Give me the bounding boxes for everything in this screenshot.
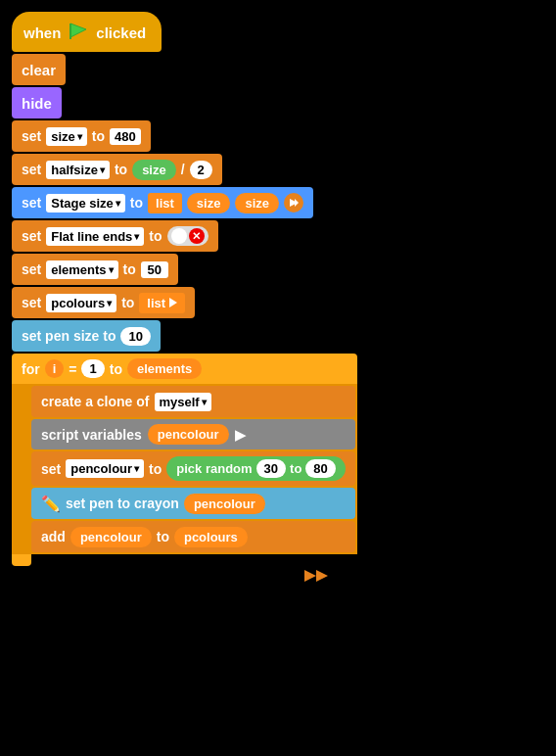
- set-pen-size-block[interactable]: set pen size to 10: [12, 320, 161, 352]
- set-label5: set: [22, 261, 41, 277]
- i-oval: i: [45, 359, 65, 378]
- pen-size-label: set pen size to: [22, 328, 116, 344]
- toggle-x: ✕: [189, 228, 205, 244]
- clear-label: clear: [22, 62, 56, 78]
- list-block: list: [148, 193, 182, 213]
- for-loop-header[interactable]: for i = 1 to elements: [12, 354, 357, 384]
- size-oval-1: size: [187, 193, 231, 213]
- hat-block[interactable]: when clicked: [12, 12, 162, 52]
- to-label4: to: [149, 228, 162, 244]
- to-label2: to: [115, 162, 127, 177]
- toggle-false[interactable]: ✕: [167, 226, 208, 246]
- stage-size-dropdown[interactable]: Stage size: [46, 194, 125, 213]
- set-size-block[interactable]: set size to 480: [12, 120, 151, 152]
- create-clone-block[interactable]: create a clone of myself: [31, 386, 355, 417]
- set-label: set: [22, 128, 41, 144]
- pencolour-dropdown[interactable]: pencolour: [66, 459, 144, 478]
- to-label6: to: [121, 295, 134, 310]
- set-elements-block[interactable]: set elements to 50: [12, 254, 178, 285]
- for-loop-bottom: [12, 554, 31, 566]
- add-label: add: [41, 529, 66, 544]
- pcolours-oval-add: pcolours: [174, 527, 248, 547]
- size-dropdown[interactable]: size: [46, 127, 87, 146]
- pencolour-oval-crayon: pencolour: [184, 494, 265, 514]
- set-label4: set: [22, 228, 41, 244]
- flag-dropdown[interactable]: Flat line ends: [46, 227, 144, 246]
- set-pen-crayon-label: set pen to crayon: [66, 496, 179, 511]
- pcolours-dropdown[interactable]: pcolours: [46, 294, 116, 312]
- hide-block[interactable]: hide: [12, 87, 62, 118]
- to-label-for: to: [110, 361, 122, 377]
- set-flag-block[interactable]: set Flat line ends to ✕: [12, 220, 218, 252]
- size-value[interactable]: 480: [110, 128, 141, 145]
- set-value-block[interactable]: set Stage size to list size size: [12, 187, 313, 218]
- div-val[interactable]: 2: [190, 161, 212, 179]
- svg-marker-3: [295, 199, 299, 207]
- flag-icon: [69, 22, 88, 44]
- to-label5: to: [123, 261, 136, 277]
- div-op: /: [181, 162, 185, 177]
- set-halfsize-block[interactable]: set halfsize to size / 2: [12, 154, 222, 185]
- next-arrow-area: [12, 568, 357, 584]
- random-from[interactable]: 30: [256, 459, 286, 478]
- set-pcolours-block[interactable]: set pcolours to list: [12, 287, 195, 318]
- next-arrow-icon: [304, 568, 328, 584]
- to-label8: to: [157, 529, 169, 544]
- pen-size-val[interactable]: 10: [120, 327, 150, 346]
- halfsize-dropdown[interactable]: halfsize: [46, 161, 110, 179]
- add-pencolour-block[interactable]: add pencolour to pcolours: [31, 521, 355, 552]
- script-variables-block[interactable]: script variables pencolour ▶: [31, 419, 355, 449]
- size-oval: size: [132, 160, 176, 180]
- for-loop-container: for i = 1 to elements create a clone of …: [12, 354, 357, 584]
- pen-icon: ✏️: [41, 495, 61, 513]
- set-pen-crayon-block[interactable]: ✏️ set pen to crayon pencolour: [31, 488, 355, 519]
- to-label3: to: [130, 195, 143, 211]
- clicked-label: clicked: [96, 24, 146, 41]
- toggle-circle: [171, 228, 187, 244]
- for-label: for: [22, 361, 40, 377]
- size-oval-2: size: [235, 193, 279, 213]
- pencolour-oval-add: pencolour: [70, 527, 152, 547]
- set-label2: set: [22, 162, 41, 177]
- set-label7: set: [41, 461, 61, 477]
- svg-marker-4: [304, 570, 316, 582]
- elements-dropdown[interactable]: elements: [46, 260, 117, 279]
- to-label-rnd: to: [290, 461, 301, 476]
- when-label: when: [23, 24, 61, 41]
- elements-val[interactable]: 50: [141, 261, 168, 278]
- elements-oval: elements: [127, 358, 202, 379]
- to-label: to: [92, 128, 105, 144]
- list-block-2: list: [139, 293, 185, 313]
- set-label3: set: [22, 195, 41, 211]
- scratch-block-stack: when clicked clear hide set size to 480 …: [8, 8, 548, 588]
- for-loop-body: create a clone of myself script variable…: [12, 384, 357, 554]
- create-clone-label: create a clone of: [41, 394, 150, 409]
- pick-random-label: pick random: [176, 461, 252, 476]
- svg-marker-5: [316, 570, 328, 582]
- from-val[interactable]: 1: [81, 359, 104, 378]
- random-to[interactable]: 80: [305, 459, 335, 478]
- eq-label: =: [69, 361, 76, 377]
- myself-dropdown[interactable]: myself: [155, 393, 211, 411]
- arrow-icon: ▶: [235, 427, 246, 443]
- hide-label: hide: [22, 95, 52, 112]
- pick-random-oval: pick random 30 to 80: [166, 456, 346, 481]
- clear-block[interactable]: clear: [12, 54, 66, 85]
- svg-marker-0: [70, 24, 86, 37]
- to-label7: to: [149, 461, 162, 477]
- nav-arrow[interactable]: [284, 193, 303, 213]
- script-vars-label: script variables: [41, 427, 142, 443]
- set-label6: set: [22, 295, 41, 310]
- set-pencolour-block[interactable]: set pencolour to pick random 30 to 80: [31, 451, 355, 486]
- pencolour-oval-vars: pencolour: [148, 424, 229, 445]
